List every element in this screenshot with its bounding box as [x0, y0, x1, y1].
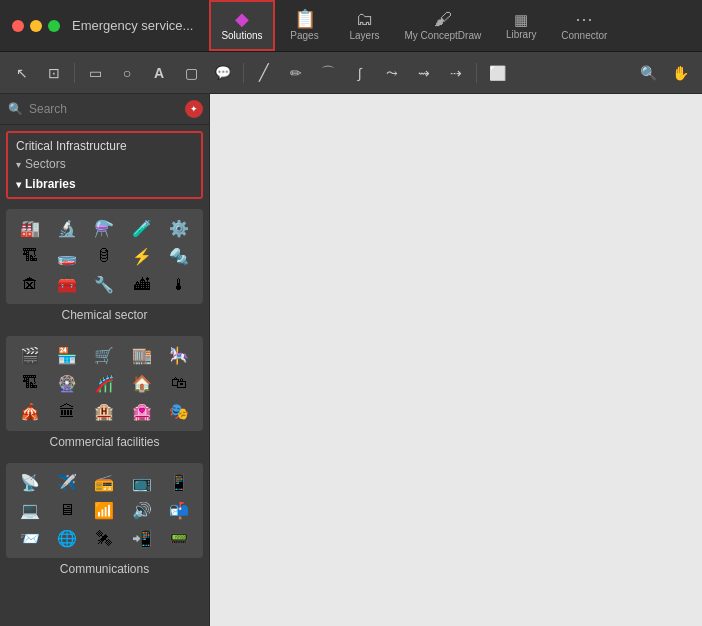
icon-cell: 📲: [124, 526, 159, 552]
arc-tool[interactable]: ⌒: [314, 59, 342, 87]
icon-cell: ✈️: [49, 469, 84, 495]
app-title: Emergency service...: [72, 18, 209, 33]
transform-tool[interactable]: ⊡: [40, 59, 68, 87]
maximize-button[interactable]: [48, 20, 60, 32]
tab-layers-label: Layers: [350, 30, 380, 41]
rounded-rect-tool[interactable]: ▢: [177, 59, 205, 87]
icon-cell: 🔬: [49, 215, 84, 241]
pen-tool[interactable]: ✏: [282, 59, 310, 87]
category-subtitle[interactable]: ▾ Sectors: [16, 157, 193, 171]
tab-layers[interactable]: 🗂 Layers: [335, 0, 395, 51]
icon-cell: 💻: [12, 497, 47, 523]
icon-cell: 🎠: [162, 342, 197, 368]
library-list: 🏭 🔬 ⚗️ 🧪 ⚙️ 🏗 🧫 🛢 ⚡ 🔩 🏚 🧰 🔧 🏙: [0, 205, 209, 626]
icon-cell: 🎪: [12, 399, 47, 425]
icon-cell: 🖥: [49, 497, 84, 523]
pointer-tool[interactable]: ↖: [8, 59, 36, 87]
nav-tabs: ◆ Solutions 📋 Pages 🗂 Layers 🖌 My Concep…: [209, 0, 702, 51]
icon-cell: 📡: [12, 469, 47, 495]
library-card-commercial[interactable]: 🎬 🏪 🛒 🏬 🎠 🏗 🎡 🎢 🏠 🛍 🎪 🏛 🏨 🏩: [6, 336, 203, 455]
icon-cell: ⚡: [124, 243, 159, 269]
solutions-icon: ◆: [235, 10, 249, 28]
icon-cell: 🎢: [87, 370, 122, 396]
icon-cell: 🏙: [124, 272, 159, 298]
titlebar: Emergency service... ◆ Solutions 📋 Pages…: [0, 0, 702, 52]
tab-solutions-label: Solutions: [221, 30, 262, 41]
icon-cell: 🏚: [12, 272, 47, 298]
search-bar: 🔍 ✦: [0, 94, 209, 125]
shape-tool[interactable]: ⬜: [483, 59, 511, 87]
myconceptdraw-icon: 🖌: [434, 10, 452, 28]
icon-cell: 🧪: [124, 215, 159, 241]
canvas-area[interactable]: [210, 94, 702, 626]
library-card-image-communications: 📡 ✈️ 📻 📺 📱 💻 🖥 📶 🔊 📬 📨 🌐 🛰 📲: [6, 463, 203, 558]
icon-cell: 🛍: [162, 370, 197, 396]
icon-cell: 🛰: [87, 526, 122, 552]
traffic-lights: [0, 20, 72, 32]
close-button[interactable]: [12, 20, 24, 32]
search-tool[interactable]: 🔍: [634, 59, 662, 87]
icon-cell: 🏗: [12, 243, 47, 269]
category-libraries[interactable]: ▾ Libraries: [16, 177, 193, 191]
libraries-chevron-icon: ▾: [16, 179, 21, 190]
tab-connector-label: Connector: [561, 30, 607, 41]
icon-cell: 🏩: [124, 399, 159, 425]
tab-pages-label: Pages: [290, 30, 318, 41]
icon-cell: ⚙️: [162, 215, 197, 241]
icon-cell: 📟: [162, 526, 197, 552]
tab-solutions[interactable]: ◆ Solutions: [209, 0, 274, 51]
icon-cell: 📨: [12, 526, 47, 552]
canvas-inner: [210, 94, 702, 626]
library-card-image-chemical: 🏭 🔬 ⚗️ 🧪 ⚙️ 🏗 🧫 🛢 ⚡ 🔩 🏚 🧰 🔧 🏙: [6, 209, 203, 304]
icon-cell: 🏗: [12, 370, 47, 396]
hand-tool[interactable]: ✋: [666, 59, 694, 87]
line-tool[interactable]: ╱: [250, 59, 278, 87]
search-settings-button[interactable]: ✦: [185, 100, 203, 118]
tab-pages[interactable]: 📋 Pages: [275, 0, 335, 51]
library-card-label-commercial: Commercial facilities: [6, 431, 203, 455]
text-tool[interactable]: A: [145, 59, 173, 87]
library-icon: ▦: [514, 12, 528, 27]
connector1-tool[interactable]: ⤳: [378, 59, 406, 87]
curve-tool[interactable]: ∫: [346, 59, 374, 87]
library-card-communications[interactable]: 📡 ✈️ 📻 📺 📱 💻 🖥 📶 🔊 📬 📨 🌐 🛰 📲: [6, 463, 203, 582]
tab-myconceptdraw[interactable]: 🖌 My ConceptDraw: [395, 0, 492, 51]
icon-cell: 📬: [162, 497, 197, 523]
search-input[interactable]: [29, 102, 179, 116]
icon-cell: 📱: [162, 469, 197, 495]
connector3-tool[interactable]: ⇢: [442, 59, 470, 87]
icon-cell: 🏪: [49, 342, 84, 368]
tab-library[interactable]: ▦ Library: [491, 0, 551, 51]
libraries-label: Libraries: [25, 177, 76, 191]
tab-myconceptdraw-label: My ConceptDraw: [405, 30, 482, 41]
icon-cell: 🏛: [49, 399, 84, 425]
category-section: Critical Infrastructure ▾ Sectors ▾ Libr…: [6, 131, 203, 199]
icon-cell: 🎭: [162, 399, 197, 425]
icon-cell: 🛒: [87, 342, 122, 368]
toolbar: ↖ ⊡ ▭ ○ A ▢ 💬 ╱ ✏ ⌒ ∫ ⤳ ⇝ ⇢ ⬜ 🔍 ✋: [0, 52, 702, 94]
icon-cell: ⚗️: [87, 215, 122, 241]
pages-icon: 📋: [294, 10, 316, 28]
library-card-chemical[interactable]: 🏭 🔬 ⚗️ 🧪 ⚙️ 🏗 🧫 🛢 ⚡ 🔩 🏚 🧰 🔧 🏙: [6, 209, 203, 328]
callout-tool[interactable]: 💬: [209, 59, 237, 87]
toolbar-separator-3: [476, 63, 477, 83]
sidebar: 🔍 ✦ Critical Infrastructure ▾ Sectors ▾ …: [0, 94, 210, 626]
icon-cell: 📶: [87, 497, 122, 523]
category-title: Critical Infrastructure: [16, 139, 193, 153]
minimize-button[interactable]: [30, 20, 42, 32]
tab-connector[interactable]: ⋯ Connector: [551, 0, 617, 51]
icon-cell: 🏭: [12, 215, 47, 241]
icon-cell: 🧫: [49, 243, 84, 269]
icon-cell: 🌡: [162, 272, 197, 298]
icon-cell: 🧰: [49, 272, 84, 298]
icon-cell: 📻: [87, 469, 122, 495]
rectangle-tool[interactable]: ▭: [81, 59, 109, 87]
subtitle-chevron-icon: ▾: [16, 159, 21, 170]
icon-cell: 📺: [124, 469, 159, 495]
connector2-tool[interactable]: ⇝: [410, 59, 438, 87]
tab-library-label: Library: [506, 29, 537, 40]
ellipse-tool[interactable]: ○: [113, 59, 141, 87]
main-area: 🔍 ✦ Critical Infrastructure ▾ Sectors ▾ …: [0, 94, 702, 626]
icon-cell: 🏨: [87, 399, 122, 425]
icon-cell: 🌐: [49, 526, 84, 552]
